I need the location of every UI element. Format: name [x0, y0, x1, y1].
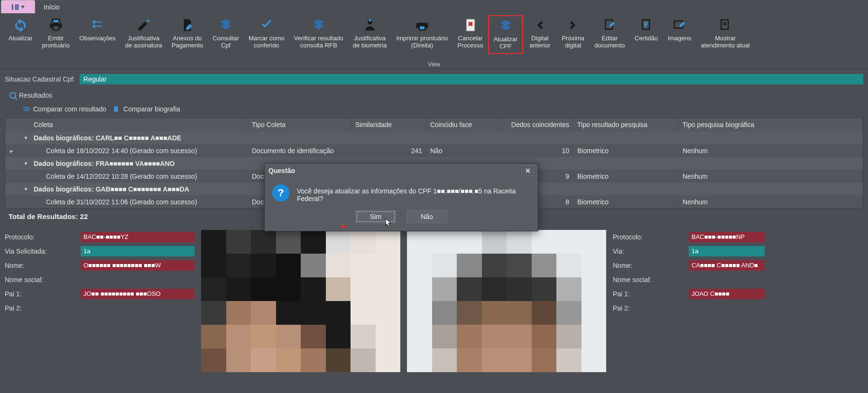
- situacao-label: Situacao Cadastral Cpf:: [5, 75, 75, 83]
- btn-nao[interactable]: Não: [406, 210, 447, 223]
- btn-emitir-prontuario[interactable]: Emitir prontuário: [37, 15, 75, 52]
- printer-icon: [414, 17, 430, 33]
- cell-coleta: Coleta de 14/12/2022 10:28 (Gerado com s…: [42, 170, 248, 183]
- btn-label2: de biometria: [353, 42, 387, 49]
- dialog-titlebar[interactable]: Questão ✕: [265, 164, 538, 178]
- col-resultado[interactable]: Tipo resultado pesquisa: [573, 118, 679, 131]
- k-pai1: Pai 1:: [5, 290, 76, 298]
- svg-rect-4: [96, 26, 102, 27]
- printer-icon: [48, 17, 64, 33]
- group-row[interactable]: ▾Dados biográficos: CARL■■ C■■■■■ A■■■AD…: [5, 131, 863, 144]
- left-details: Protocolo:BAC■■-■■■■YZ Via Solicitada:1a…: [5, 230, 194, 372]
- btn-label2: de assinatura: [125, 42, 162, 49]
- v-protocolo: BAC■■-■■■■YZ: [81, 232, 194, 242]
- btn-imprimir-direita[interactable]: Imprimir prontuário (Direita): [391, 15, 452, 52]
- k-via: Via Solicitada:: [5, 247, 76, 255]
- row-marker: ▸: [5, 147, 18, 155]
- cell-sim: 241: [351, 144, 426, 157]
- btn-certidao[interactable]: Certidão: [630, 15, 663, 45]
- btn-label2: anterior: [529, 42, 550, 49]
- btn-label: Emitir: [48, 35, 64, 42]
- refresh-icon: [12, 17, 28, 33]
- cell-coin: Não: [426, 144, 502, 157]
- k-pai2: Pai 2:: [5, 304, 76, 312]
- btn-mostrar-atendimento[interactable]: Mostrar atendimento atual: [696, 15, 755, 52]
- btn-comparar-biografia[interactable]: Comparar biografia: [113, 105, 180, 113]
- col-biografica[interactable]: Tipo pesquisa biográfica: [679, 118, 863, 131]
- btn-digital-anterior[interactable]: Digital anterior: [523, 15, 556, 52]
- collapse-icon[interactable]: ▾: [5, 135, 30, 140]
- svg-rect-7: [420, 27, 425, 29]
- tab-resultados[interactable]: Resultados: [5, 89, 57, 101]
- btn-comparar-resultado[interactable]: Comparar com resultado: [23, 105, 106, 113]
- btn-atualizar[interactable]: Atualizar: [4, 15, 37, 45]
- receita-federal-icon: [218, 17, 234, 33]
- svg-rect-2: [96, 21, 102, 22]
- col-coincidiu[interactable]: Coincidiu face: [426, 118, 502, 131]
- chevron-right-icon: [565, 17, 581, 33]
- btn-label: Atualizar: [494, 36, 518, 43]
- btn-label: Editar: [601, 35, 618, 42]
- collapse-icon[interactable]: ▾: [5, 186, 30, 192]
- btn-label: Observações: [79, 35, 116, 42]
- btn-atualizar-cpf[interactable]: Atualizar CPF: [488, 15, 524, 54]
- btn-label2: Pagamento: [172, 42, 203, 49]
- dialog-title: Questão: [268, 167, 295, 174]
- col-dedos[interactable]: Dedos coincidentes: [502, 118, 573, 131]
- cell-coleta: Coleta de 31/10/2022 11:06 (Gerado com s…: [42, 195, 248, 208]
- sliders-icon: [89, 17, 105, 33]
- btn-verificar-rfb[interactable]: Verificar resultado consulta RFB: [289, 15, 348, 52]
- btn-label2: Processo: [457, 42, 483, 49]
- image-edit-icon: [672, 17, 688, 33]
- tab-inicio[interactable]: Início: [35, 0, 68, 13]
- pen-icon: [136, 17, 152, 33]
- btn-proxima-digital[interactable]: Próxima digital: [556, 15, 590, 52]
- btn-label2: consulta RFB: [300, 42, 337, 49]
- btn-imagens[interactable]: Imagens: [663, 15, 696, 45]
- btn-marcar-conferido[interactable]: Marcar como conferido: [244, 15, 289, 52]
- collapse-icon[interactable]: ▾: [5, 161, 30, 166]
- app-menu-handle[interactable]: [1, 0, 35, 13]
- col-tipo[interactable]: Tipo Coleta: [248, 118, 351, 131]
- v-via: 1a: [689, 246, 765, 256]
- btn-label2: conferido: [254, 42, 279, 49]
- btn-label2: digital: [565, 42, 581, 49]
- cell-coleta: Coleta de 18/10/2022 14:40 (Gerado com s…: [42, 144, 248, 157]
- document-text-icon: [638, 17, 655, 33]
- btn-label: Certidão: [635, 35, 658, 42]
- btn-consultar-cpf[interactable]: Consultar Cpf: [208, 15, 244, 52]
- check-icon: [259, 17, 275, 33]
- k-nome: Nome:: [5, 262, 76, 269]
- document-icon: [717, 17, 733, 33]
- situacao-value[interactable]: Regular: [80, 74, 863, 84]
- cell-bio: Nenhum: [679, 144, 863, 157]
- btn-label: Justificativa: [354, 35, 386, 42]
- btn-label: Consultar: [212, 35, 239, 42]
- btn-label: Próxima: [562, 35, 584, 42]
- col-coleta[interactable]: Coleta: [30, 118, 248, 131]
- document-pen-icon: [179, 17, 195, 33]
- k-via: Via:: [613, 247, 684, 255]
- btn-observacoes[interactable]: Observações: [74, 15, 120, 45]
- svg-point-6: [369, 19, 371, 22]
- cell-res: Biometrico: [573, 195, 679, 208]
- btn-label2: CPF: [499, 43, 512, 50]
- btn-editar-documento[interactable]: Editar documento: [590, 15, 629, 52]
- receita-federal-icon: [498, 18, 514, 34]
- col-similaridade[interactable]: Similaridade: [351, 118, 426, 131]
- btn-anexos-pagamento[interactable]: Anexos do Pagamento: [167, 15, 208, 52]
- btn-cancelar-processo[interactable]: Cancelar Processo: [452, 15, 488, 52]
- action-label: Comparar com resultado: [33, 105, 106, 113]
- svg-point-3: [93, 25, 96, 27]
- btn-justificativa-assinatura[interactable]: Justificativa de assinatura: [120, 15, 167, 52]
- btn-label2: documento: [594, 42, 625, 49]
- document-edit-icon: [601, 17, 618, 33]
- v-pai1: JOAO C■■■■: [689, 289, 765, 299]
- btn-label: Cancelar: [458, 35, 483, 42]
- dialog-close-button[interactable]: ✕: [522, 165, 534, 176]
- cell-tipo: Documento de identificação: [248, 144, 351, 157]
- table-row[interactable]: ▸Coleta de 18/10/2022 14:40 (Gerado com …: [5, 144, 863, 157]
- svg-rect-15: [114, 106, 118, 112]
- btn-justificativa-biometria[interactable]: Justificativa de biometria: [348, 15, 392, 52]
- person-icon: [362, 17, 378, 33]
